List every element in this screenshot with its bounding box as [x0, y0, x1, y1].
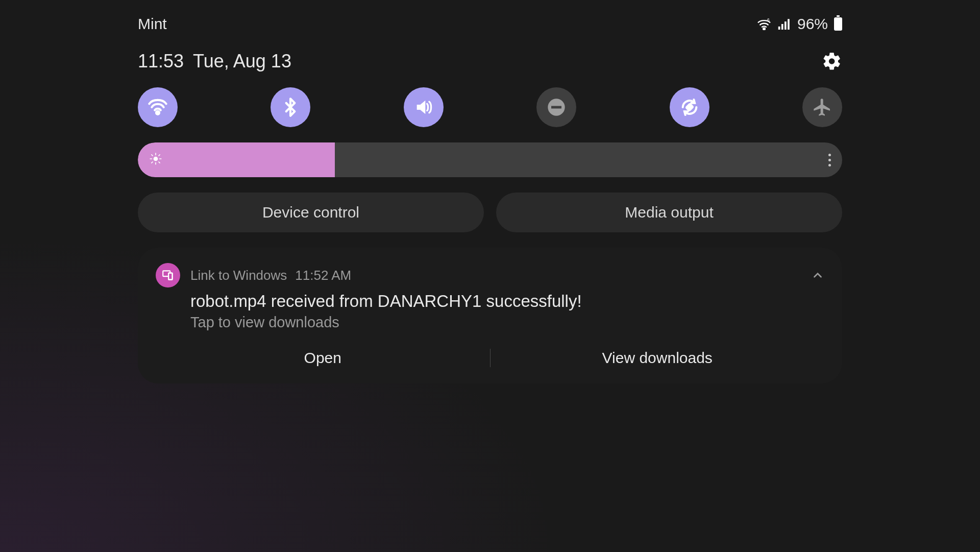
- svg-rect-20: [168, 273, 173, 280]
- svg-rect-8: [551, 106, 561, 109]
- wifi-status-icon: 6: [756, 18, 772, 30]
- svg-rect-4: [785, 21, 787, 30]
- view-downloads-action-button[interactable]: View downloads: [491, 345, 825, 371]
- auto-rotate-toggle[interactable]: [670, 87, 709, 127]
- svg-point-10: [154, 157, 158, 161]
- clock-time: 11:53: [138, 51, 184, 72]
- status-icons: 6 96%: [756, 15, 842, 33]
- collapse-chevron-icon[interactable]: [811, 269, 824, 282]
- svg-rect-3: [781, 24, 783, 30]
- open-action-button[interactable]: Open: [156, 345, 490, 371]
- brightness-more-icon[interactable]: [828, 154, 831, 166]
- brightness-icon: [149, 152, 162, 167]
- datetime: 11:53 Tue, Aug 13: [138, 51, 291, 72]
- svg-line-15: [152, 155, 153, 156]
- shortcut-row: Device control Media output: [122, 193, 857, 248]
- link-to-windows-app-icon: [156, 263, 180, 287]
- brightness-fill: [138, 142, 335, 177]
- quick-toggles-row: [122, 82, 857, 142]
- signal-icon: [778, 18, 791, 30]
- svg-rect-2: [778, 27, 780, 30]
- svg-point-0: [763, 28, 765, 30]
- notification-header: Link to Windows 11:52 AM: [156, 263, 824, 287]
- header-row: 11:53 Tue, Aug 13: [122, 45, 857, 82]
- battery-percent: 96%: [797, 15, 828, 33]
- notification-body: robot.mp4 received from DANARCHY1 succes…: [156, 287, 824, 331]
- battery-icon: [834, 17, 842, 31]
- svg-line-16: [159, 162, 160, 163]
- clock-date: Tue, Aug 13: [193, 51, 291, 72]
- svg-line-18: [159, 155, 160, 156]
- bluetooth-toggle[interactable]: [271, 87, 310, 127]
- svg-rect-5: [788, 19, 790, 30]
- status-bar: Mint 6 96%: [122, 15, 857, 45]
- brightness-slider[interactable]: [138, 142, 842, 177]
- notification-card[interactable]: Link to Windows 11:52 AM robot.mp4 recei…: [138, 248, 842, 383]
- notification-time: 11:52 AM: [295, 268, 351, 283]
- wifi-toggle[interactable]: [138, 87, 178, 127]
- dnd-toggle[interactable]: [536, 87, 576, 127]
- svg-rect-9: [686, 104, 693, 111]
- airplane-toggle[interactable]: [802, 87, 842, 127]
- svg-point-6: [156, 111, 159, 114]
- svg-text:6: 6: [767, 18, 770, 22]
- settings-gear-icon[interactable]: [822, 51, 842, 71]
- carrier-label: Mint: [138, 15, 167, 33]
- notification-subtitle: Tap to view downloads: [190, 314, 824, 331]
- svg-line-17: [152, 162, 153, 163]
- notification-title: robot.mp4 received from DANARCHY1 succes…: [190, 292, 824, 311]
- device-control-button[interactable]: Device control: [138, 193, 484, 232]
- notification-app-name: Link to Windows: [190, 268, 287, 283]
- notification-actions: Open View downloads: [156, 345, 824, 371]
- sound-toggle[interactable]: [404, 87, 444, 127]
- media-output-button[interactable]: Media output: [496, 193, 842, 232]
- notification-shade: Mint 6 96% 11:53 Tue, Aug 13: [122, 0, 857, 394]
